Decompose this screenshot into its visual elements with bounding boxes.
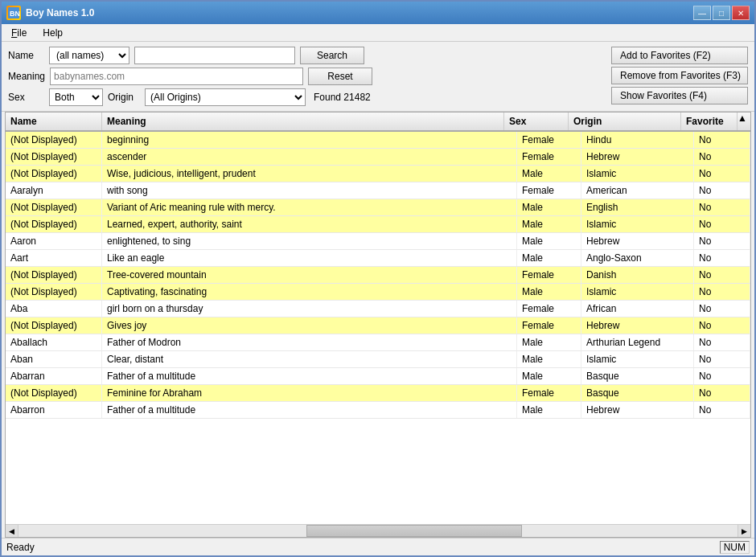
- cell-meaning: Father of a multitude: [102, 368, 517, 384]
- col-header-sex[interactable]: Sex: [504, 113, 569, 130]
- meaning-input[interactable]: [50, 68, 303, 85]
- cell-origin: Hebrew: [581, 317, 694, 334]
- right-buttons: Add to Favorites (F2) Remove from Favori…: [611, 47, 748, 104]
- table-row[interactable]: (Not Displayed)Tree-covered mountainFema…: [6, 267, 750, 284]
- cell-origin: English: [581, 199, 694, 215]
- cell-sex: Male: [517, 166, 581, 182]
- cell-name: (Not Displayed): [6, 199, 102, 215]
- sex-origin-row: Sex Both Male Female Origin (All Origins…: [8, 88, 372, 106]
- table-row[interactable]: Abagirl born on a thursdayFemaleAfricanN…: [6, 301, 750, 317]
- cell-name: (Not Displayed): [6, 216, 102, 232]
- cell-favorite: No: [694, 368, 750, 384]
- table-row[interactable]: AbarranFather of a multitudeMaleBasqueNo: [6, 368, 750, 385]
- cell-favorite: No: [694, 149, 750, 165]
- add-favorites-button[interactable]: Add to Favorites (F2): [611, 47, 748, 64]
- horizontal-scrollbar[interactable]: ◀ ▶: [6, 524, 750, 537]
- table-row[interactable]: (Not Displayed)Captivating, fascinatingM…: [6, 284, 750, 301]
- cell-sex: Female: [517, 149, 581, 165]
- table-row[interactable]: AbanClear, distantMaleIslamicNo: [6, 351, 750, 368]
- cell-favorite: No: [694, 233, 750, 249]
- data-table: Name Meaning Sex Origin Favorite ▲ (Not …: [5, 112, 751, 538]
- name-row: Name (all names) Search: [8, 47, 372, 64]
- cell-sex: Male: [517, 334, 581, 350]
- name-text-input[interactable]: [134, 47, 295, 64]
- reset-button[interactable]: Reset: [308, 68, 372, 85]
- table-row[interactable]: AballachFather of ModronMaleArthurian Le…: [6, 334, 750, 351]
- cell-meaning: Learned, expert, authority, saint: [102, 216, 517, 232]
- maximize-button[interactable]: □: [713, 6, 730, 20]
- meaning-label: Meaning: [8, 71, 45, 82]
- scrollbar-track: [18, 525, 738, 537]
- table-row[interactable]: AartLike an eagleMaleAnglo-SaxonNo: [6, 250, 750, 267]
- cell-favorite: No: [694, 385, 750, 401]
- cell-favorite: No: [694, 199, 750, 215]
- cell-name: Aballach: [6, 334, 102, 350]
- cell-meaning: Tree-covered mountain: [102, 267, 517, 283]
- toolbar-top-section: Name (all names) Search Meaning Reset: [8, 47, 748, 106]
- cell-name: (Not Displayed): [6, 149, 102, 165]
- remove-favorites-button[interactable]: Remove from Favorites (F3): [611, 67, 748, 84]
- cell-origin: Anglo-Saxon: [581, 250, 694, 266]
- status-bar: Ready NUM: [2, 538, 754, 555]
- search-button[interactable]: Search: [300, 47, 364, 64]
- cell-origin: Hebrew: [581, 149, 694, 165]
- table-row[interactable]: (Not Displayed)Feminine for AbrahamFemal…: [6, 385, 750, 402]
- close-button[interactable]: ✕: [732, 6, 750, 20]
- cell-sex: Female: [517, 267, 581, 283]
- cell-name: Aart: [6, 250, 102, 266]
- cell-meaning: enlightened, to sing: [102, 233, 517, 249]
- cell-meaning: Father of a multitude: [102, 402, 517, 418]
- menu-help[interactable]: Help: [36, 26, 69, 40]
- cell-meaning: Variant of Aric meaning rule with mercy.: [102, 199, 517, 215]
- cell-favorite: No: [694, 216, 750, 232]
- cell-origin: Islamic: [581, 166, 694, 182]
- table-row[interactable]: (Not Displayed)Variant of Aric meaning r…: [6, 199, 750, 216]
- cell-meaning: girl born on a thursday: [102, 301, 517, 317]
- scroll-left-btn[interactable]: ◀: [6, 525, 18, 537]
- found-count: Found 21482: [314, 92, 371, 103]
- cell-sex: Male: [517, 199, 581, 215]
- cell-favorite: No: [694, 284, 750, 300]
- table-row[interactable]: Aaronenlightened, to singMaleHebrewNo: [6, 233, 750, 250]
- cell-sex: Male: [517, 402, 581, 418]
- table-row[interactable]: (Not Displayed)Gives joyFemaleHebrewNo: [6, 317, 750, 334]
- scrollbar-thumb[interactable]: [306, 525, 522, 537]
- table-row[interactable]: (Not Displayed)beginningFemaleHinduNo: [6, 132, 750, 149]
- cell-sex: Male: [517, 216, 581, 232]
- cell-sex: Female: [517, 301, 581, 317]
- cell-name: Aaron: [6, 233, 102, 249]
- cell-sex: Female: [517, 182, 581, 199]
- cell-name: Abarran: [6, 368, 102, 384]
- cell-meaning: Captivating, fascinating: [102, 284, 517, 300]
- minimize-button[interactable]: —: [693, 6, 711, 20]
- scroll-right-btn[interactable]: ▶: [738, 525, 750, 537]
- col-header-scroll: ▲: [738, 113, 750, 130]
- col-header-meaning[interactable]: Meaning: [102, 113, 504, 130]
- cell-meaning: Feminine for Abraham: [102, 385, 517, 401]
- cell-origin: African: [581, 301, 694, 317]
- table-row[interactable]: (Not Displayed)Learned, expert, authorit…: [6, 216, 750, 233]
- cell-favorite: No: [694, 351, 750, 367]
- name-filter-select[interactable]: (all names): [49, 47, 129, 64]
- origin-label: Origin: [108, 92, 140, 103]
- show-favorites-button[interactable]: Show Favorites (F4): [611, 87, 748, 104]
- origin-select[interactable]: (All Origins): [145, 88, 306, 106]
- cell-favorite: No: [694, 267, 750, 283]
- table-body[interactable]: (Not Displayed)beginningFemaleHinduNo(No…: [6, 132, 750, 524]
- cell-sex: Male: [517, 284, 581, 300]
- col-header-origin[interactable]: Origin: [569, 113, 681, 130]
- cell-favorite: No: [694, 132, 750, 148]
- table-row[interactable]: (Not Displayed)ascenderFemaleHebrewNo: [6, 149, 750, 166]
- cell-origin: Islamic: [581, 351, 694, 367]
- table-row[interactable]: Aaralynwith songFemaleAmericanNo: [6, 182, 750, 199]
- menu-file[interactable]: File: [5, 26, 33, 40]
- sex-select[interactable]: Both Male Female: [49, 88, 103, 106]
- cell-favorite: No: [694, 317, 750, 334]
- col-header-name[interactable]: Name: [6, 113, 102, 130]
- table-row[interactable]: (Not Displayed)Wise, judicious, intellig…: [6, 166, 750, 182]
- table-row[interactable]: AbarronFather of a multitudeMaleHebrewNo: [6, 402, 750, 419]
- app-icon: BN: [6, 6, 21, 20]
- col-header-favorite[interactable]: Favorite: [681, 113, 738, 130]
- status-ready: Ready: [6, 542, 35, 553]
- cell-name: Aaralyn: [6, 182, 102, 199]
